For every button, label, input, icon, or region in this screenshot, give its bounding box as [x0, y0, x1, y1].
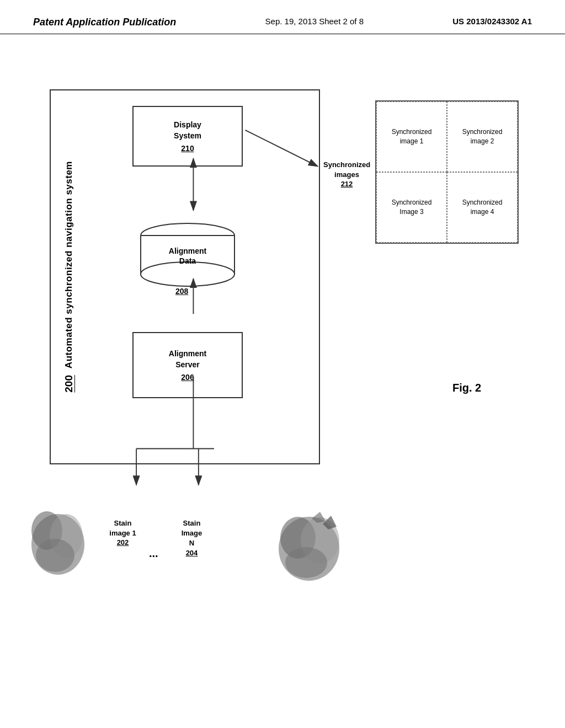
display-system-box: DisplaySystem 210 [132, 106, 243, 167]
stain-image-n-thumbnail [270, 507, 348, 585]
alignment-server-label: AlignmentServer [169, 349, 206, 370]
svg-point-12 [285, 547, 327, 578]
stain-image-1-label-container: Stainimage 1 202 [102, 518, 143, 547]
sync-images-label-container: Synchronizedimages 212 [323, 160, 370, 188]
sync-grid-inner: Synchronizedimage 1 Synchronizedimage 2 … [376, 101, 518, 243]
display-system-label: DisplaySystem [174, 120, 201, 141]
page-header: Patent Application Publication Sep. 19, … [0, 0, 565, 34]
stain-image-n-label: StainImageN [171, 518, 212, 549]
sheet-info: Sep. 19, 2013 Sheet 2 of 8 [265, 17, 364, 26]
stain-image-1-thumbnail [28, 506, 94, 577]
stain-image-1-number: 202 [102, 538, 143, 547]
patent-number: US 2013/0243302 A1 [452, 17, 532, 26]
publication-label: Patent Application Publication [33, 17, 176, 28]
dots-separator: ... [149, 547, 158, 560]
svg-text:Data: Data [179, 256, 196, 265]
svg-point-2 [141, 262, 234, 286]
sync-images-number: 212 [323, 180, 370, 188]
sync-cell-3: SynchronizedImage 3 [376, 172, 447, 243]
stain-image-1-label: Stainimage 1 [102, 518, 143, 538]
stain-image-n-number: 204 [171, 549, 212, 557]
outer-system-number: 200 [63, 375, 75, 393]
sync-cell-4: Synchronizedimage 4 [447, 172, 518, 243]
outer-box-label-container: Automated synchronized navigation system… [58, 100, 80, 453]
alignment-server-box: AlignmentServer 206 [132, 332, 243, 398]
sync-images-grid: Synchronizedimage 1 Synchronizedimage 2 … [375, 100, 519, 244]
svg-point-8 [36, 539, 74, 572]
sync-images-label: Synchronizedimages [323, 160, 370, 180]
sync-cell-1: Synchronizedimage 1 [376, 101, 447, 172]
alignment-data-cylinder: Alignment Data [132, 222, 243, 293]
svg-text:Alignment: Alignment [169, 247, 207, 255]
stain-image-n-label-container: StainImageN 204 [171, 518, 212, 557]
sync-cell-2: Synchronizedimage 2 [447, 101, 518, 172]
diagram-area: Automated synchronized navigation system… [0, 34, 565, 718]
figure-label: Fig. 2 [452, 382, 481, 394]
display-system-number: 210 [181, 144, 194, 153]
alignment-data-number: 208 [175, 287, 188, 296]
alignment-server-number: 206 [181, 373, 194, 382]
outer-system-label: Automated synchronized navigation system [63, 161, 75, 368]
